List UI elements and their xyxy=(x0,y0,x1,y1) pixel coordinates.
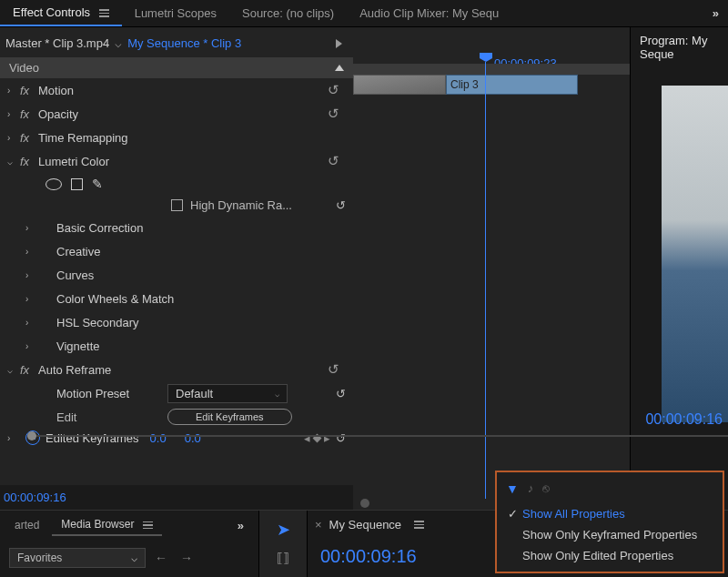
panel-menu-icon[interactable] xyxy=(99,9,109,17)
nav-back-icon[interactable]: ← xyxy=(151,551,171,565)
tab-arted[interactable]: arted xyxy=(5,515,48,535)
program-scrubber[interactable] xyxy=(27,435,728,437)
reset-icon[interactable]: ↺ xyxy=(336,431,346,445)
tab-source[interactable]: Source: (no clips) xyxy=(229,1,347,25)
expand-icon[interactable]: › xyxy=(7,86,20,96)
lumetri-hsl-secondary[interactable]: ›HSL Secondary xyxy=(0,310,353,334)
motion-preset-dropdown[interactable]: Default ⌵ xyxy=(167,384,288,403)
expand-icon[interactable]: › xyxy=(25,223,38,233)
zoom-handle-left[interactable] xyxy=(360,499,369,508)
chevron-down-icon: ⌵ xyxy=(275,390,279,399)
effect-timeline[interactable]: 00:00:09:23 Clip 3 xyxy=(353,27,630,510)
pen-mask-icon[interactable]: ✎ xyxy=(92,177,103,191)
tab-program[interactable]: Program: My Seque xyxy=(631,27,728,67)
timeline-ruler[interactable] xyxy=(353,64,630,75)
effect-list: › fx Motion ↺ › fx Opacity ↺ › fx Time R… xyxy=(0,78,353,485)
reset-icon[interactable]: ↺ xyxy=(328,82,346,98)
expand-icon[interactable]: › xyxy=(7,133,20,143)
filter-icon[interactable]: ▼ xyxy=(506,481,519,496)
selection-tool-icon[interactable]: ➤ xyxy=(277,520,290,540)
ripple-tool-icon[interactable]: ⟦⟧ xyxy=(277,551,289,565)
hdr-option[interactable]: High Dynamic Ra... ↺ xyxy=(0,195,353,216)
share-icon[interactable]: ⎋ xyxy=(542,481,550,496)
expand-icon[interactable]: › xyxy=(25,341,38,351)
reset-icon[interactable]: ↺ xyxy=(328,106,346,122)
edit-keyframes-button[interactable]: Edit Keyframes xyxy=(167,409,292,425)
fx-badge-icon[interactable]: fx xyxy=(20,131,38,145)
menu-show-keyframed-properties[interactable]: Show Only Keyframed Properties xyxy=(497,524,723,545)
reset-icon[interactable]: ↺ xyxy=(328,361,346,378)
effect-time-remapping[interactable]: › fx Time Remapping xyxy=(0,126,353,149)
ellipse-mask-icon[interactable] xyxy=(46,178,62,190)
tab-overflow-icon[interactable]: » xyxy=(703,6,728,20)
expand-icon[interactable]: › xyxy=(25,318,38,328)
master-clip-label: Master * Clip 3.mp4 xyxy=(5,36,109,50)
effect-motion[interactable]: › fx Motion ↺ xyxy=(0,78,353,102)
keyframe-navigator: ◂ ▸ xyxy=(304,431,330,445)
project-panel: arted Media Browser » Favorites ⌵ ← → xyxy=(0,511,258,577)
expand-icon[interactable]: › xyxy=(25,294,38,304)
clip-breadcrumb: Master * Clip 3.mp4 ⌵ My Sequence * Clip… xyxy=(0,27,353,57)
effect-lumetri-color[interactable]: ⌵ fx Lumetri Color ↺ xyxy=(0,149,353,173)
effect-opacity[interactable]: › fx Opacity ↺ xyxy=(0,102,353,126)
nav-forward-icon[interactable]: → xyxy=(177,551,197,565)
next-keyframe-icon[interactable]: ▸ xyxy=(324,431,330,445)
lumetri-basic-correction[interactable]: ›Basic Correction xyxy=(0,216,353,239)
panel-tab-bar: Effect Controls Lumetri Scopes Source: (… xyxy=(0,0,728,27)
effect-auto-reframe[interactable]: ⌵ fx Auto Reframe ↺ xyxy=(0,358,353,381)
audio-pin-icon[interactable]: ♪ xyxy=(528,481,534,496)
playhead-line[interactable] xyxy=(485,62,486,499)
rectangle-mask-icon[interactable] xyxy=(71,178,83,190)
tab-audio-mixer[interactable]: Audio Clip Mixer: My Sequ xyxy=(347,1,511,25)
playhead-marker-icon[interactable] xyxy=(480,53,492,62)
play-icon[interactable] xyxy=(336,39,342,48)
lumetri-color-wheels[interactable]: ›Color Wheels & Match xyxy=(0,287,353,310)
sequence-tab[interactable]: My Sequence xyxy=(329,518,402,531)
edited-keyframes-row: › Edited Keyframes 0.0 0.0 ◂ ▸ ↺ xyxy=(0,428,353,448)
tab-media-browser[interactable]: Media Browser xyxy=(52,514,161,536)
scrubber-handle[interactable] xyxy=(27,431,36,440)
fx-badge-icon[interactable]: fx xyxy=(20,363,38,377)
tab-lumetri-scopes[interactable]: Lumetri Scopes xyxy=(122,1,229,25)
collapse-up-icon[interactable] xyxy=(335,65,344,71)
tab-effect-controls[interactable]: Effect Controls xyxy=(0,0,122,26)
close-tab-icon[interactable]: × xyxy=(315,518,322,531)
clip-bar-active[interactable]: Clip 3 xyxy=(446,75,578,95)
lumetri-curves[interactable]: ›Curves xyxy=(0,263,353,287)
keyframe-value-2[interactable]: 0.0 xyxy=(185,431,201,445)
program-timecode[interactable]: 00:00:09:16 xyxy=(645,411,723,428)
expand-icon[interactable]: › xyxy=(25,270,38,280)
program-monitor-panel: Program: My Seque 00:00:09:16 xyxy=(630,27,728,510)
reset-icon[interactable]: ↺ xyxy=(336,387,346,400)
chevron-down-icon: ⌵ xyxy=(131,552,137,564)
menu-show-edited-properties[interactable]: Show Only Edited Properties xyxy=(497,545,723,566)
tab-overflow-icon[interactable]: » xyxy=(228,519,253,532)
fx-badge-icon[interactable]: fx xyxy=(20,155,38,168)
expand-icon[interactable]: › xyxy=(7,433,20,443)
fx-badge-icon[interactable]: fx xyxy=(20,84,38,97)
menu-show-all-properties[interactable]: ✓ Show All Properties xyxy=(497,503,723,524)
lumetri-creative[interactable]: ›Creative xyxy=(0,239,353,263)
lumetri-vignette[interactable]: ›Vignette xyxy=(0,334,353,358)
collapse-icon[interactable]: ⌵ xyxy=(7,157,20,167)
sequence-clip-label[interactable]: My Sequence * Clip 3 xyxy=(127,36,241,50)
checkbox-icon[interactable] xyxy=(171,199,183,211)
video-section-header[interactable]: Video xyxy=(0,57,353,78)
reset-icon[interactable]: ↺ xyxy=(328,153,346,169)
chevron-down-icon[interactable]: ⌵ xyxy=(115,36,122,50)
timeline-toolbar: ➤ ⟦⟧ xyxy=(258,511,308,577)
program-video-preview[interactable] xyxy=(662,86,728,422)
clip-bar-inactive[interactable] xyxy=(353,75,446,95)
favorites-dropdown[interactable]: Favorites ⌵ xyxy=(9,548,146,568)
fx-badge-icon[interactable]: fx xyxy=(20,107,38,121)
check-icon: ✓ xyxy=(508,507,522,521)
prev-keyframe-icon[interactable]: ◂ xyxy=(304,431,310,445)
expand-icon[interactable]: › xyxy=(25,247,38,257)
reset-icon[interactable]: ↺ xyxy=(336,198,346,212)
panel-menu-icon[interactable] xyxy=(143,521,153,530)
panel-menu-icon[interactable] xyxy=(414,521,424,529)
collapse-icon[interactable]: ⌵ xyxy=(7,365,20,375)
panel-timecode[interactable]: 00:00:09:16 xyxy=(0,485,353,510)
keyframe-value-1[interactable]: 0.0 xyxy=(150,431,167,445)
expand-icon[interactable]: › xyxy=(7,109,20,119)
